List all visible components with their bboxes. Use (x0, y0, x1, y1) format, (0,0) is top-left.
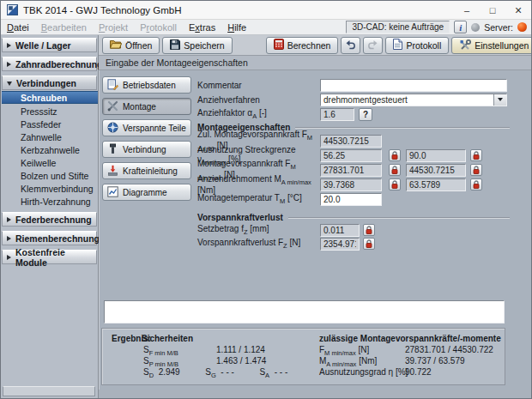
nav-krafteinleitung-button[interactable]: Krafteinleitung (102, 162, 191, 179)
anziehdrehmoment-min-input[interactable] (320, 178, 382, 191)
titlebar: TBK 2014 - GWJ Technology GmbH – □ × (1, 1, 531, 20)
menu-item-bearbeiten[interactable]: Bearbeiten (35, 20, 93, 34)
server-status-dot (517, 22, 527, 32)
minimize-button[interactable]: – (454, 1, 480, 19)
lock-button[interactable] (389, 178, 401, 190)
page-title: Eingabe der Montageeigenschaften (99, 56, 531, 70)
sidebar-item-zahnwelle[interactable]: Zahnwelle (2, 130, 98, 143)
chevron-right-icon (7, 43, 11, 48)
clamped-parts-icon (107, 122, 118, 135)
force-arrow-icon (107, 165, 118, 178)
zulaessig-row: MA min/max [Nm]39.737 / 63.579 (319, 356, 465, 368)
zul-montagevorspannkraft-input[interactable] (320, 135, 382, 148)
nav-diagramme-button[interactable]: Diagramme (102, 184, 191, 201)
undo-button[interactable] (341, 37, 360, 54)
ausnutzung-max-input[interactable] (406, 149, 466, 162)
montagetemperatur-row: Montagetemperatur TM [°C] (197, 192, 510, 206)
protocol-button[interactable]: Protokoll (385, 37, 449, 54)
app-window: TBK 2014 - GWJ Technology GmbH – □ × Dat… (0, 0, 532, 399)
vorspannkraftverlust-label: Vorspannkraftverlust FZ [N] (197, 238, 320, 250)
sidebar-group-verbindungen[interactable]: Verbindungen (2, 76, 97, 90)
maximize-button[interactable]: □ (480, 1, 505, 19)
sidebar: Welle / Lager Zahnradberechnung Verbindu… (1, 35, 99, 398)
safety-row: SP min M/B1.463 / 1.474 (143, 356, 266, 368)
anziehverfahren-select[interactable]: drehmomentgesteuert (320, 94, 507, 106)
sidebar-item-keilwelle[interactable]: Keilwelle (2, 156, 98, 169)
lock-button[interactable] (389, 149, 401, 161)
anziehfaktor-row: Anziehfaktor αA [-] ? (197, 107, 510, 121)
chevron-right-icon (7, 236, 11, 241)
sidebar-group-riemenberechnung[interactable]: Riemenberechnung (2, 231, 97, 245)
montagetemperatur-label: Montagetemperatur TM [°C] (197, 193, 320, 205)
anziehdrehmoment-max-input[interactable] (406, 178, 466, 191)
help-question-button[interactable]: ? (359, 108, 372, 121)
close-button[interactable]: × (505, 1, 531, 19)
sidebar-item-bolzen-und-stifte[interactable]: Bolzen und Stifte (2, 169, 98, 182)
sidebar-group-welle-lager[interactable]: Welle / Lager (2, 38, 97, 52)
menu-item-protokoll[interactable]: Protokoll (134, 20, 183, 34)
kommentar-label: Kommentar (197, 81, 320, 90)
anziehfaktor-label: Anziehfaktor αA [-] (197, 108, 320, 120)
vorspannkraftverlust-input[interactable] (320, 238, 360, 251)
montagevorspannkraft-min-input[interactable] (320, 164, 382, 177)
sicherheiten-title: Sicherheiten (142, 334, 193, 343)
calculate-button[interactable]: Berechnen (266, 37, 339, 54)
save-button[interactable]: Speichern (162, 37, 232, 54)
crossed-tools-icon (107, 100, 118, 113)
sidebar-item-hirth-verzahnung[interactable]: Hirth-Verzahnung (2, 195, 98, 208)
floppy-disk-icon (170, 39, 180, 51)
document-pencil-icon (107, 79, 118, 92)
menu-item-extras[interactable]: Extras (183, 20, 221, 34)
anziehverfahren-row: Anziehverfahren drehmomentgesteuert (197, 93, 510, 106)
anziehverfahren-label: Anziehverfahren (197, 95, 320, 105)
kommentar-input[interactable] (320, 79, 507, 92)
nav-montage-button[interactable]: Montage (102, 98, 191, 115)
sidebar-group-zahnradberechnung[interactable]: Zahnradberechnung (2, 57, 97, 71)
chevron-right-icon (7, 217, 11, 222)
tools-icon (459, 39, 471, 51)
setzbetrag-row: Setzbetrag fZ [mm] (197, 223, 510, 237)
montagevorspannkraft-max-input[interactable] (406, 164, 466, 177)
sidebar-item-presssitz[interactable]: Presssitz (2, 105, 98, 118)
chevron-down-icon[interactable] (493, 94, 506, 106)
anziehdrehmoment-row: Anziehdrehmoment MA min/max [Nm] (197, 178, 510, 191)
sidebar-group-federberechnung[interactable]: Federberechnung (2, 212, 97, 227)
sidebar-item-schrauben[interactable]: Schrauben (2, 91, 98, 104)
lock-button[interactable] (470, 178, 482, 190)
anziehfaktor-input[interactable] (320, 108, 354, 121)
lock-button[interactable] (470, 164, 482, 176)
chart-icon (107, 186, 118, 199)
lock-button[interactable] (363, 224, 375, 236)
open-button[interactable]: Öffnen (102, 37, 160, 54)
message-area (104, 300, 505, 323)
kommentar-row: Kommentar (197, 78, 510, 92)
menu-item-projekt[interactable]: Projekt (93, 20, 134, 34)
lock-button[interactable] (389, 164, 401, 176)
menu-item-hilfe[interactable]: Hilfe (221, 20, 252, 34)
lock-button[interactable] (470, 149, 482, 161)
nav-verspannte-teile-button[interactable]: Verspannte Teile (102, 119, 191, 136)
nav-verbindung-button[interactable]: Verbindung (102, 141, 191, 158)
zulaessig-row: Ausnutzungsgrad η [%]90.722 (319, 367, 432, 379)
menubar: Datei Bearbeiten Projekt Protokoll Extra… (1, 20, 531, 35)
setzbetrag-label: Setzbetrag fZ [mm] (197, 224, 320, 236)
sidebar-item-klemmverbindung[interactable]: Klemmverbindung (2, 182, 98, 195)
lock-button[interactable] (363, 238, 375, 250)
app-logo-icon (7, 4, 18, 15)
zulaessig-row: FM min/max [N]27831.701 / 44530.722 (319, 345, 493, 357)
info-button[interactable]: i (454, 21, 467, 33)
zulaessig-title: zulässige Montagevorspannkräfte/-momente (319, 334, 501, 343)
setzbetrag-input[interactable] (320, 224, 360, 237)
sidebar-group-kostenfreie-module[interactable]: Kostenfreie Module (2, 250, 97, 264)
vorspannkraftverlust-row: Vorspannkraftverlust FZ [N] (197, 237, 510, 251)
ausnutzung-min-input[interactable] (320, 149, 382, 162)
sidebar-item-passfeder[interactable]: Passfeder (2, 118, 98, 130)
menu-item-datei[interactable]: Datei (1, 20, 35, 34)
nav-betriebsdaten-button[interactable]: Betriebsdaten (102, 76, 191, 94)
document-icon (393, 39, 402, 51)
montagetemperatur-input[interactable] (320, 193, 382, 206)
settings-button[interactable]: Einstellungen (451, 37, 532, 54)
safety-row: SF min M/B1.111 / 1.124 (143, 345, 265, 357)
redo-button[interactable] (363, 37, 383, 54)
sidebar-item-kerbzahnwelle[interactable]: Kerbzahnwelle (2, 143, 98, 156)
